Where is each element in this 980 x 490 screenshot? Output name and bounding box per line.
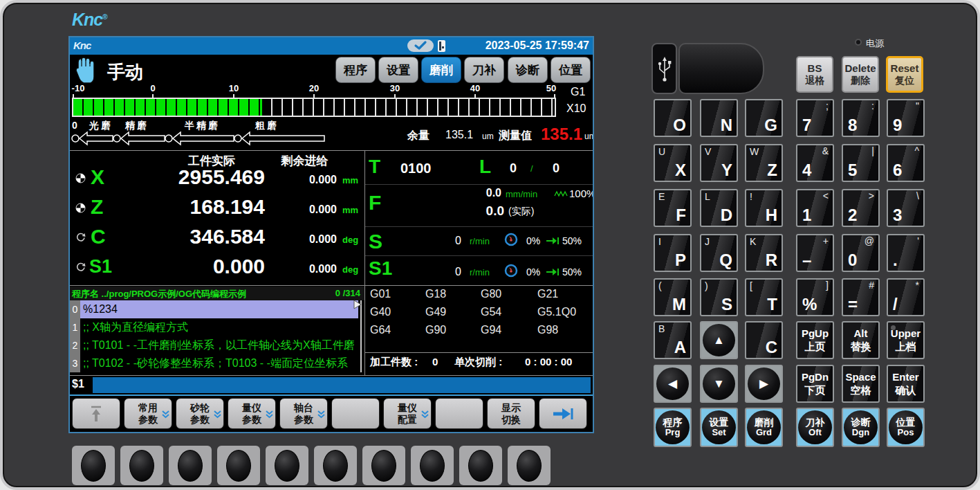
softkey-button-1[interactable] [72, 446, 115, 485]
measured-label: 测量值 [499, 129, 532, 143]
key-8[interactable]: 8: [842, 99, 880, 137]
key-backspace[interactable]: BS退格 [796, 56, 833, 93]
key-F[interactable]: FE [654, 189, 692, 227]
softkey-button-7[interactable] [362, 446, 405, 485]
key-diagnosis-page[interactable]: 诊断Dgn [842, 408, 880, 447]
key-Q[interactable]: QJ [700, 234, 738, 272]
key-4[interactable]: 4& [796, 144, 834, 182]
tab-tool-comp[interactable]: 刀补 [464, 57, 504, 83]
softkey-button-9[interactable] [459, 446, 502, 485]
softkey-button-4[interactable] [217, 446, 260, 485]
softkey-button-6[interactable] [314, 446, 357, 485]
key-1[interactable]: 1< [796, 189, 834, 227]
key-Y[interactable]: YV [700, 144, 738, 182]
feed-unit: mm/min [506, 189, 537, 199]
key-reset[interactable]: Reset复位 [886, 56, 923, 93]
key-M[interactable]: M( [654, 278, 692, 316]
key-H[interactable]: H! [745, 189, 783, 227]
key-P[interactable]: PI [654, 234, 692, 272]
key-N[interactable]: N [700, 99, 738, 137]
key-S[interactable]: S) [700, 278, 738, 316]
key-arrow-up[interactable]: ▲ [700, 321, 738, 359]
spindle-speed: 0 [443, 266, 461, 278]
key-7[interactable]: 7; [796, 99, 834, 137]
key-delete[interactable]: Delete删除 [842, 56, 879, 93]
softkey-button-2[interactable] [120, 446, 163, 485]
key-3[interactable]: 3\ [887, 189, 925, 227]
key-Z[interactable]: ZW [745, 144, 783, 182]
softkey-back[interactable] [72, 398, 120, 429]
usb-icon [658, 57, 672, 83]
softkey-common-params[interactable]: 常用参数 [124, 398, 172, 429]
key-arrow-left[interactable]: ◀ [654, 365, 692, 403]
softkey-blank-2[interactable] [435, 398, 483, 429]
key-9[interactable]: 9" [887, 99, 925, 137]
softkey-button-5[interactable] [266, 446, 308, 485]
softkey-table-params[interactable]: 轴台参数 [279, 398, 328, 429]
key-space[interactable]: Space空格 [842, 365, 880, 403]
softkey-button-10[interactable] [508, 446, 551, 485]
allowance-unit: um [482, 131, 494, 141]
key-R[interactable]: RK [745, 234, 783, 272]
arrow-right-icon: ▶ [748, 368, 780, 400]
gcode: G80 [481, 288, 501, 300]
key-A[interactable]: AB [654, 321, 692, 359]
softkey-display-toggle[interactable]: 显示切换 [487, 398, 535, 429]
key-equals[interactable]: =# [842, 278, 880, 316]
softkey-button-3[interactable] [169, 446, 212, 485]
lcd-screen: Knc 2023-05-25 17:59:47 手动 程序 设置 磨削 刀补 诊… [70, 37, 593, 432]
key-grinding-page[interactable]: 磨削Grd [745, 408, 783, 447]
key-position-page[interactable]: 位置Pos [887, 408, 925, 447]
key-period[interactable]: .' [887, 234, 925, 272]
axis-actual: 346.584 [132, 225, 265, 248]
allowance-progress-bar [72, 98, 556, 117]
key-D[interactable]: DL [700, 189, 738, 227]
key-0[interactable]: 0@ [842, 234, 880, 272]
softkey-blank-1[interactable] [331, 398, 380, 429]
gauge-icon [504, 233, 518, 246]
tab-position[interactable]: 位置 [551, 57, 591, 83]
key-minus[interactable]: –+ [796, 234, 834, 272]
measured-unit: um [584, 131, 593, 141]
key-pgup[interactable]: PgUp上页 [796, 321, 834, 359]
key-settings-page[interactable]: 设置Set [700, 408, 738, 447]
chevron-down-icon [162, 410, 169, 419]
key-offset-page[interactable]: 刀补Oft [796, 408, 834, 447]
key-alt[interactable]: Alt替换 [842, 321, 880, 359]
allowance-value: 135.1 [445, 129, 473, 141]
key-X[interactable]: XU [654, 144, 692, 182]
usb-port[interactable] [651, 43, 677, 94]
tab-settings[interactable]: 设置 [378, 57, 418, 83]
usb-cover[interactable] [678, 43, 764, 94]
mdi-input[interactable] [93, 377, 591, 393]
key-pgdn[interactable]: PgDn下页 [796, 365, 834, 403]
key-arrow-down[interactable]: ▼ [700, 365, 738, 403]
key-enter[interactable]: Enter确认 [887, 365, 925, 403]
back-arrow-icon [89, 405, 104, 423]
feed-value: 0.0 [443, 187, 501, 199]
key-program-page[interactable]: 程序Prg [654, 408, 692, 447]
key-O[interactable]: O [654, 99, 692, 137]
key-T[interactable]: T[ [745, 278, 783, 316]
program-scrollbar[interactable] [360, 300, 362, 372]
key-6[interactable]: 6^ [887, 144, 925, 182]
key-G[interactable]: G [745, 99, 783, 137]
softkey-wheel-params[interactable]: 砂轮参数 [176, 398, 224, 429]
key-arrow-right[interactable]: ▶ [745, 365, 783, 403]
tab-diagnosis[interactable]: 诊断 [508, 57, 548, 83]
gauge-icon [504, 264, 518, 278]
softkey-gauge-config[interactable]: 量仪配置 [383, 398, 432, 429]
key-percent[interactable]: %] [796, 278, 834, 316]
key-slash[interactable]: /* [887, 278, 925, 316]
key-2[interactable]: 2> [842, 189, 880, 227]
softkey-button-8[interactable] [411, 446, 454, 485]
tab-grinding[interactable]: 磨削 [421, 57, 461, 83]
ruler-tick: 40 [470, 83, 480, 93]
key-5[interactable]: 5| [842, 144, 880, 182]
key-upper-shift[interactable]: Upper上档 [887, 321, 925, 359]
softkey-next-page[interactable] [539, 398, 587, 429]
softkey-gauge-params[interactable]: 量仪参数 [228, 398, 276, 429]
titlebar-logo: Knc [73, 39, 91, 51]
key-C[interactable]: C [745, 321, 783, 359]
tab-program[interactable]: 程序 [335, 57, 376, 83]
